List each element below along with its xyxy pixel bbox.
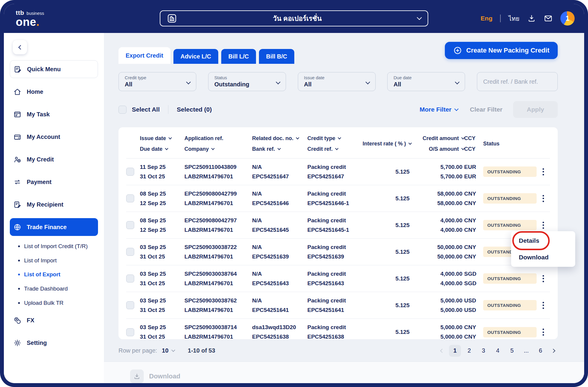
column-header-label[interactable]: Status — [483, 141, 500, 147]
credit-icon — [13, 156, 21, 164]
sidebar-subitem-upload-bulk-tr[interactable]: Upload Bulk TR — [17, 297, 98, 309]
page-button[interactable]: 1 — [449, 345, 461, 357]
select-all-checkbox[interactable] — [118, 106, 127, 114]
sidebar-item-trade-finance[interactable]: Trade Finance — [10, 218, 98, 236]
column-header-line: CCY — [464, 134, 483, 143]
sidebar-item-fx[interactable]: FX — [10, 311, 98, 329]
sort-icon[interactable] — [338, 136, 341, 139]
sidebar-subitem-list-of-import[interactable]: List of Import — [17, 255, 98, 266]
sidebar-item-home[interactable]: Home — [10, 83, 98, 101]
sidebar-item-setting[interactable]: Setting — [10, 334, 98, 352]
filter-credit-type[interactable]: Credit typeAll — [118, 72, 196, 91]
page-button[interactable]: 4 — [492, 345, 504, 357]
more-filter-button[interactable]: More Filter — [420, 106, 458, 113]
next-page-icon[interactable] — [551, 349, 555, 353]
page-button[interactable]: 6 — [535, 345, 546, 357]
sort-icon[interactable] — [296, 136, 299, 139]
sidebar-item-my-account[interactable]: My Account — [10, 128, 98, 146]
column-header-label[interactable]: Credit type — [307, 135, 335, 142]
column-header-label[interactable]: Credit ref. — [307, 146, 333, 152]
apply-button[interactable]: Apply — [513, 101, 558, 118]
select-all-label[interactable]: Select All — [132, 106, 160, 113]
sidebar-item-quick-menu[interactable]: Quick Menu — [10, 60, 98, 78]
row-checkbox-cell — [126, 275, 140, 283]
filter-due-date[interactable]: Due dateAll — [387, 72, 465, 91]
context-menu-item-details[interactable]: Details — [519, 237, 568, 244]
row-checkbox[interactable] — [126, 301, 134, 309]
column-header-label[interactable]: Credit amount — [423, 135, 459, 142]
row-checkbox[interactable] — [126, 168, 134, 176]
create-new-packing-credit-button[interactable]: Create New Packing Credit — [445, 42, 558, 59]
row-kebab-menu[interactable] — [538, 218, 549, 232]
tab-export-credit[interactable]: Export Credit — [118, 47, 170, 64]
column-header-label[interactable]: Application ref. — [184, 135, 223, 142]
column-header: CCYCCY — [464, 134, 483, 153]
tab-bill-lc[interactable]: Bill L/C — [221, 49, 256, 64]
column-header-label[interactable]: Related doc. no. — [252, 135, 293, 142]
filter-status[interactable]: StatusOutstanding — [208, 72, 286, 91]
sort-icon[interactable] — [277, 147, 281, 150]
column-header-label[interactable]: CCY — [464, 135, 475, 142]
previous-page-icon[interactable] — [440, 349, 444, 353]
page-button[interactable]: 2 — [463, 345, 475, 357]
page-button[interactable]: 3 — [478, 345, 489, 357]
column-header-label[interactable]: Interest rate ( % ) — [363, 141, 406, 147]
tab-advice-lc[interactable]: Advice L/C — [173, 49, 218, 64]
mail-icon[interactable] — [544, 14, 553, 23]
row-checkbox[interactable] — [126, 221, 134, 229]
table-cell: 58,000.0058,000.00 — [411, 190, 464, 207]
chevron-down-icon — [276, 80, 280, 85]
sidebar-item-my-recipient[interactable]: My Recipient — [10, 196, 98, 213]
row-kebab-menu[interactable] — [538, 299, 549, 312]
credit-ref-search-input[interactable] — [477, 72, 558, 91]
row-checkbox[interactable] — [126, 248, 134, 256]
row-kebab-menu[interactable] — [538, 165, 549, 179]
bullet-icon — [18, 260, 20, 261]
cell-line-1: 11 Sep 25 — [140, 163, 184, 171]
clear-filter-button[interactable]: Clear Filter — [470, 106, 502, 113]
sidebar-subitem-trade-dashboard[interactable]: Trade Dashboard — [17, 283, 98, 294]
column-header-label[interactable]: CCY — [464, 146, 475, 152]
company-selector[interactable]: วัน คอเปอร์เรชั่น — [160, 10, 428, 26]
sidebar-item-payment[interactable]: Payment — [10, 173, 98, 191]
sidebar-subitem-list-of-import-credit[interactable]: List of Import Credit (T/R) — [17, 241, 98, 252]
row-checkbox-cell — [126, 328, 140, 336]
column-header-line: Company — [184, 145, 252, 153]
download-icon[interactable] — [527, 14, 536, 23]
trade-icon — [13, 223, 21, 231]
sort-icon[interactable] — [335, 147, 338, 150]
row-checkbox-cell — [126, 194, 140, 202]
context-menu-item-download[interactable]: Download — [519, 254, 568, 261]
column-header-label[interactable]: Company — [184, 146, 209, 152]
column-header-label[interactable]: O/S amount — [429, 146, 459, 152]
row-per-page-select[interactable]: 10 — [162, 347, 175, 354]
column-header-label[interactable]: Issue date — [140, 135, 166, 142]
avatar[interactable]: 1 — [560, 11, 575, 26]
lang-en-toggle[interactable]: Eng — [481, 15, 493, 22]
sidebar-item-my-credit[interactable]: My Credit — [10, 150, 98, 168]
sidebar-collapse-button[interactable] — [13, 40, 27, 54]
sort-icon[interactable] — [211, 147, 214, 150]
row-kebab-menu[interactable] — [538, 272, 549, 286]
row-kebab-menu[interactable] — [538, 325, 549, 339]
row-checkbox[interactable] — [126, 275, 134, 283]
page-button[interactable]: 5 — [506, 345, 518, 357]
filter-issue-date[interactable]: Issue dateAll — [298, 72, 376, 91]
tab-bill-bc[interactable]: Bill B/C — [259, 49, 294, 64]
row-kebab-menu[interactable] — [538, 192, 549, 205]
sort-icon[interactable] — [168, 136, 172, 139]
column-header-label[interactable]: Due date — [140, 146, 162, 152]
sidebar-subitem-list-of-export[interactable]: List of Export — [17, 269, 98, 280]
table-cell: Packing creditEPC54251646-1 — [307, 190, 360, 207]
row-checkbox[interactable] — [126, 328, 134, 336]
sort-icon[interactable] — [165, 147, 168, 150]
row-checkbox[interactable] — [126, 194, 134, 202]
cell-line-1: SPC2509110043809 — [184, 163, 252, 171]
row-checkbox-cell — [126, 221, 140, 229]
device-frame: ttb business one. วัน คอเปอร์เรชั่น Eng … — [0, 0, 588, 387]
sidebar-item-my-task[interactable]: My Task — [10, 105, 98, 123]
lang-th-toggle[interactable]: ไทย — [508, 14, 519, 23]
sidebar-item-label: FX — [27, 317, 34, 324]
download-table-icon[interactable] — [130, 369, 144, 383]
column-header-label[interactable]: Bank ref. — [252, 146, 275, 152]
